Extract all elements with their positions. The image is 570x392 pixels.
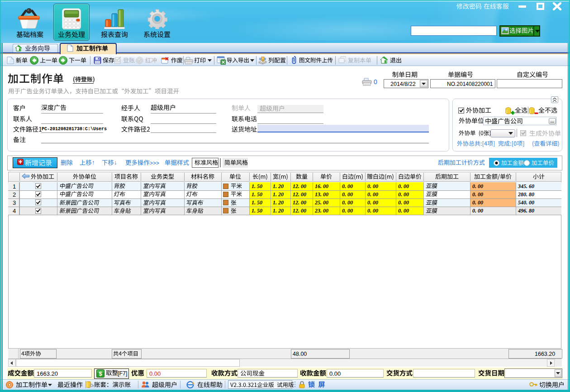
- svg-text:$: $: [99, 370, 102, 377]
